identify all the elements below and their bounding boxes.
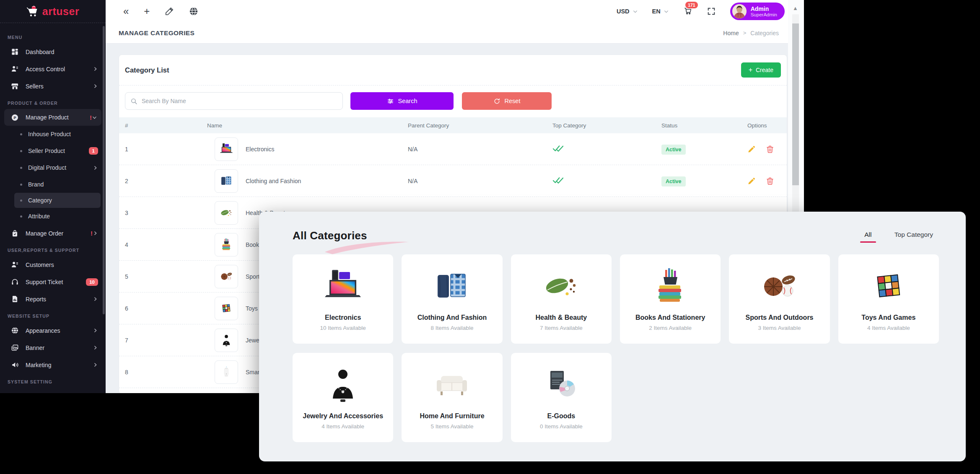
delete-icon[interactable] xyxy=(766,177,774,185)
category-card-electronics[interactable]: Electronics 10 Items Available xyxy=(293,254,393,344)
count-badge: 1 xyxy=(89,147,98,155)
search-input[interactable] xyxy=(142,98,337,104)
sidebar-divider xyxy=(0,23,106,23)
status-badge: Active xyxy=(661,176,686,186)
sidebar-item-reports[interactable]: Reports xyxy=(0,290,106,308)
sidebar-subitem-seller-product[interactable]: Seller Product 1 xyxy=(0,142,106,159)
table-row: 1 Electronics N/A Active xyxy=(119,133,787,165)
sidebar-subitem-digital-product[interactable]: Digital Product xyxy=(0,159,106,176)
breadcrumb: Home > Categories xyxy=(723,30,779,36)
popup-title: All Categories xyxy=(293,229,367,242)
search-button[interactable]: Search xyxy=(350,92,454,110)
pen-icon[interactable] xyxy=(165,7,174,16)
edit-icon[interactable] xyxy=(747,177,756,185)
sports-thumbnail xyxy=(215,265,238,288)
sidebar-item-manage-product[interactable]: P Manage Product ! xyxy=(4,109,101,126)
row-number: 4 xyxy=(119,241,161,248)
filter-sliders-icon xyxy=(387,98,394,105)
category-card-clothing-and-fashion[interactable]: Clothing And Fashion 8 Items Available xyxy=(402,254,502,344)
breadcrumb-home[interactable]: Home xyxy=(723,30,739,36)
row-number: 8 xyxy=(119,369,161,376)
tab-top-category[interactable]: Top Category xyxy=(894,231,933,243)
category-name: Clothing and Fashion xyxy=(246,178,301,184)
e-goods-image xyxy=(511,360,612,411)
category-card-home-and-furniture[interactable]: Home And Furniture 5 Items Available xyxy=(402,353,502,442)
sidebar-item-marketing[interactable]: Marketing xyxy=(0,356,106,373)
search-icon xyxy=(130,98,137,105)
sidebar-item-access-control[interactable]: Access Control xyxy=(0,60,106,78)
currency-dropdown[interactable]: USD xyxy=(617,8,638,15)
collapse-sidebar-icon[interactable]: « xyxy=(123,6,129,16)
category-card-jewelry-and-accessories[interactable]: Jewelry And Accessories 4 Items Availabl… xyxy=(293,353,393,442)
sidebar-item-sellers[interactable]: Sellers xyxy=(0,78,106,95)
top-category-cell xyxy=(547,144,656,154)
breadcrumb-separator: > xyxy=(743,30,747,36)
category-name: Electronics xyxy=(246,146,274,153)
sports-image xyxy=(729,261,830,312)
category-card-title: Electronics xyxy=(293,314,393,321)
category-card-health-beauty[interactable]: Health & Beauty 7 Items Available xyxy=(511,254,612,344)
edit-icon[interactable] xyxy=(747,145,756,153)
jewelry-image xyxy=(293,360,393,411)
sidebar-item-manage-order[interactable]: Manage Order ! xyxy=(0,225,106,242)
books-thumbnail xyxy=(215,233,238,256)
top-category-check-icon xyxy=(552,147,564,154)
order-icon xyxy=(11,229,19,237)
all-categories-popup: All Categories All Top Category Electron… xyxy=(259,212,966,461)
sidebar-section-label: WEBSITE SETUP xyxy=(0,308,106,322)
report-icon xyxy=(11,295,19,303)
globe-icon[interactable] xyxy=(189,7,198,16)
avatar xyxy=(732,4,747,18)
toys-image xyxy=(838,261,939,312)
row-number: 3 xyxy=(119,210,161,216)
sidebar-item-banner[interactable]: Banner xyxy=(0,339,106,356)
category-card-sports-and-outdoors[interactable]: Sports And Outdoors 3 Items Available xyxy=(729,254,830,344)
users-icon xyxy=(11,65,19,73)
category-item-count: 4 Items Available xyxy=(838,325,939,331)
cart-logo-icon xyxy=(26,5,41,18)
top-category-cell xyxy=(547,176,656,186)
row-number: 1 xyxy=(119,146,161,153)
add-icon[interactable]: + xyxy=(144,6,150,16)
page-header: MANAGE CATEGORIES Home > Categories xyxy=(106,23,804,44)
category-card-e-goods[interactable]: E-Goods 0 Items Available xyxy=(511,353,612,442)
category-item-count: 7 Items Available xyxy=(511,325,612,331)
brand-logo[interactable]: artuser xyxy=(0,0,106,23)
row-number: 2 xyxy=(119,178,161,184)
sidebar-subitem-attribute[interactable]: Attribute xyxy=(0,208,106,225)
chevron-right-icon xyxy=(93,165,98,171)
bullet-icon xyxy=(20,133,22,135)
globe-icon xyxy=(11,326,19,334)
reset-button[interactable]: Reset xyxy=(462,92,552,110)
scroll-up-icon[interactable]: ▲ xyxy=(793,5,798,11)
health-beauty-image xyxy=(511,261,612,312)
chevron-right-icon xyxy=(93,362,98,368)
status-badge: Active xyxy=(661,145,686,155)
sidebar-subitem-brand[interactable]: Brand xyxy=(0,176,106,193)
create-button[interactable]: + Create xyxy=(741,62,781,78)
bullet-icon xyxy=(20,199,22,202)
chevron-right-icon xyxy=(93,345,98,350)
clothing-image xyxy=(402,261,502,312)
tab-all[interactable]: All xyxy=(860,231,876,243)
delete-icon[interactable] xyxy=(766,145,774,153)
sidebar-subitem-category[interactable]: Category xyxy=(14,193,101,208)
fullscreen-icon[interactable] xyxy=(707,7,716,16)
scrollbar-thumb[interactable] xyxy=(792,23,799,185)
sidebar-item-appearances[interactable]: Appearances xyxy=(0,322,106,339)
sidebar-item-dashboard[interactable]: Dashboard xyxy=(0,43,106,60)
sidebar-item-support-ticket[interactable]: Support Ticket 10 xyxy=(0,273,106,290)
chevron-right-icon xyxy=(93,66,98,72)
category-card-title: Health & Beauty xyxy=(511,314,612,321)
top-category-check-icon xyxy=(552,179,564,186)
sidebar-subitem-inhouse-product[interactable]: Inhouse Product xyxy=(0,126,106,142)
users-icon xyxy=(11,261,19,269)
category-card-toys-and-games[interactable]: Toys And Games 4 Items Available xyxy=(838,254,939,344)
admin-profile-button[interactable]: Admin SuperAdmin xyxy=(730,3,785,20)
category-card-books-and-stationery[interactable]: Books And Stationery 2 Items Available xyxy=(620,254,721,344)
sidebar-item-customers[interactable]: Customers xyxy=(0,256,106,273)
language-dropdown[interactable]: EN xyxy=(652,8,669,15)
sidebar-scrollbar[interactable] xyxy=(103,26,105,314)
sidebar: artuser MENU Dashboard xyxy=(0,0,106,393)
cart-button[interactable]: 171 xyxy=(683,6,692,17)
